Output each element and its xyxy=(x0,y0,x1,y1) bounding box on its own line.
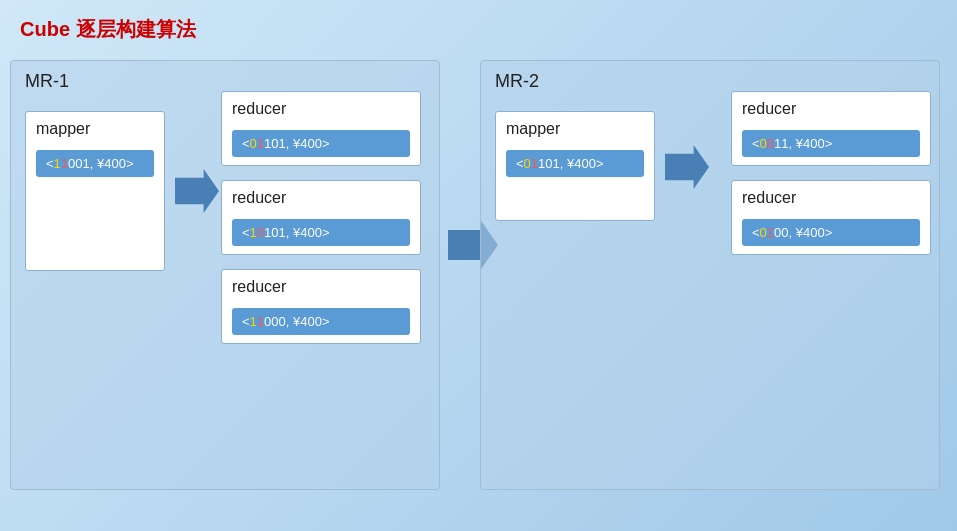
mr1-reducer-1: reducer <01101, ¥400> xyxy=(221,91,421,166)
mr2-label: MR-2 xyxy=(495,71,539,92)
mr2-reducer-col: reducer <0011, ¥400> reducer <0100, ¥400… xyxy=(731,91,921,255)
page-title: Cube 逐层构建算法 xyxy=(20,16,196,43)
mr2-mapper-label: mapper xyxy=(496,112,654,142)
mr2-reducer-1-label: reducer xyxy=(732,92,930,122)
mr1-reducer-1-kv: <01101, ¥400> xyxy=(232,130,410,157)
mr1-arrow xyxy=(175,169,219,213)
mr2-arrow xyxy=(665,145,709,189)
mr2-reducer-2-label: reducer xyxy=(732,181,930,211)
mr2-mapper-box: mapper <01101, ¥400> xyxy=(495,111,655,221)
mr1-reducer-3: reducer <11000, ¥400> xyxy=(221,269,421,344)
mr2-reducer-2: reducer <0100, ¥400> xyxy=(731,180,931,255)
mr2-mapper-kv: <01101, ¥400> xyxy=(506,150,644,177)
mr2-reducer-1-kv: <0011, ¥400> xyxy=(742,130,920,157)
mr1-mapper-kv: <11001, ¥400> xyxy=(36,150,154,177)
mr1-reducer-3-kv: <11000, ¥400> xyxy=(232,308,410,335)
mr2-reducer-1: reducer <0011, ¥400> xyxy=(731,91,931,166)
mr1-label: MR-1 xyxy=(25,71,69,92)
mr1-reducer-2-label: reducer xyxy=(222,181,420,211)
mr1-reducer-3-label: reducer xyxy=(222,270,420,300)
mr1-reducer-col: reducer <01101, ¥400> reducer <10101, ¥4… xyxy=(221,91,421,344)
mr1-reducer-1-label: reducer xyxy=(222,92,420,122)
mr2-container: MR-2 mapper <01101, ¥400> reducer <0011,… xyxy=(480,60,940,490)
mr2-reducer-2-kv: <0100, ¥400> xyxy=(742,219,920,246)
mr1-mapper-label: mapper xyxy=(26,112,164,142)
mr1-mapper-box: mapper <11001, ¥400> xyxy=(25,111,165,271)
mr1-container: MR-1 mapper <11001, ¥400> reducer <01101… xyxy=(10,60,440,490)
mr1-reducer-2-kv: <10101, ¥400> xyxy=(232,219,410,246)
mr1-reducer-2: reducer <10101, ¥400> xyxy=(221,180,421,255)
